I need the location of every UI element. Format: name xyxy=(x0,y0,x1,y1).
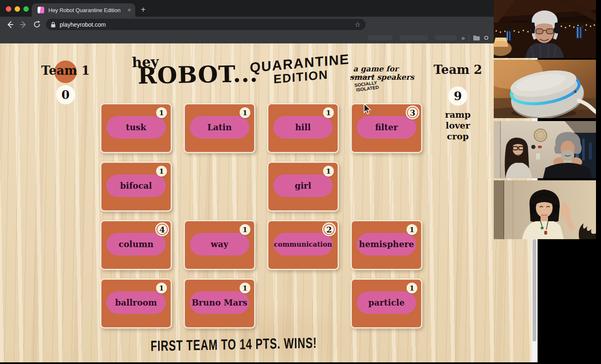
new-tab-button[interactable]: + xyxy=(138,4,149,15)
card-word: hemisphere xyxy=(359,239,414,249)
folder-icon[interactable] xyxy=(473,35,480,41)
word-card[interactable]: ballroom1 xyxy=(100,278,172,329)
tagline-strikethrough: smart xyxy=(350,73,374,81)
blurred-bookmark-item[interactable] xyxy=(435,35,457,40)
word-card[interactable]: filter3 xyxy=(351,103,422,153)
word-card[interactable]: way1 xyxy=(184,220,255,270)
points-badge: 1 xyxy=(240,224,250,235)
bookmarks-bar: » O xyxy=(0,32,538,43)
close-window-button[interactable] xyxy=(6,6,11,12)
points-badge: 1 xyxy=(240,283,250,293)
word-card[interactable]: column4 xyxy=(100,220,172,270)
card-word: particle xyxy=(369,298,405,308)
win-condition-text: FIRST TEAM TO 14 PTS. WINS! xyxy=(100,333,368,356)
logo-tagline-line1: a game for xyxy=(353,64,398,73)
card-word: bifocal xyxy=(120,181,152,191)
card-word: filter xyxy=(375,122,398,132)
bookmark-star-icon[interactable]: ☆ xyxy=(355,20,361,28)
address-bar[interactable]: playheyrobot.com ☆ xyxy=(46,19,366,30)
word-pill: ballroom xyxy=(106,291,166,314)
browser-window: Hey Robot Quarantine Edition × + playhey… xyxy=(0,0,538,362)
tab-close-icon[interactable]: × xyxy=(128,7,131,13)
points-badge: 2 xyxy=(322,222,336,236)
other-bookmarks-label[interactable]: O xyxy=(484,35,488,41)
word-card[interactable]: tusk1 xyxy=(100,103,172,153)
points-badge: 1 xyxy=(407,283,417,293)
points-badge: 1 xyxy=(156,283,167,293)
logo-robot: ROBOT... xyxy=(137,60,258,89)
word-pill: hill xyxy=(273,116,333,139)
team2-name: Team 2 xyxy=(427,63,489,77)
tab-strip: Hey Robot Quarantine Edition × + xyxy=(0,0,538,17)
video-feed-1[interactable] xyxy=(494,0,596,58)
headphones-woman-video xyxy=(494,180,596,239)
word-card[interactable]: communication2 xyxy=(267,220,339,270)
url-text: playheyrobot.com xyxy=(60,21,355,28)
card-word: hill xyxy=(295,122,311,132)
screen: Hey Robot Quarantine Edition × + playhey… xyxy=(0,0,601,364)
couple-video xyxy=(494,121,596,178)
points-badge: 1 xyxy=(156,166,167,177)
word-card[interactable]: hemisphere1 xyxy=(351,220,422,270)
blurred-bookmark-item[interactable] xyxy=(399,35,428,40)
mouse-cursor xyxy=(364,103,371,116)
tab-title: Hey Robot Quarantine Edition xyxy=(48,7,125,13)
word-card[interactable]: bifocal1 xyxy=(100,162,172,212)
word-pill: Latin xyxy=(190,116,249,139)
blurred-bookmark-item[interactable] xyxy=(367,35,392,40)
points-badge: 1 xyxy=(407,224,417,235)
minimize-window-button[interactable] xyxy=(15,6,20,12)
echo-dot-video xyxy=(494,60,596,118)
word-pill: bifocal xyxy=(106,174,166,197)
scrollbar-thumb[interactable] xyxy=(533,239,536,341)
bookmarks-overflow-icon[interactable]: » xyxy=(462,34,465,41)
word-pill: communication xyxy=(273,233,333,255)
game-page: Team 1 0 hey ROBOT... QUARANTINE EDITION… xyxy=(0,43,538,362)
window-controls xyxy=(6,6,29,12)
card-word: column xyxy=(119,239,153,249)
card-word: ballroom xyxy=(115,298,157,308)
team1-name: Team 1 xyxy=(34,63,97,78)
word-card[interactable]: hill1 xyxy=(267,103,339,153)
card-word: communication xyxy=(274,240,332,248)
points-badge: 1 xyxy=(240,107,250,118)
captured-word: crop xyxy=(427,131,489,142)
lock-icon xyxy=(51,22,56,28)
divider xyxy=(469,35,469,41)
video-call-panel xyxy=(494,0,596,239)
captured-word: lover xyxy=(427,120,489,131)
points-badge: 1 xyxy=(323,107,334,118)
reload-icon[interactable] xyxy=(30,19,43,30)
word-pill: particle xyxy=(357,291,416,314)
back-icon[interactable] xyxy=(3,19,17,30)
word-card[interactable]: Latin1 xyxy=(184,103,255,153)
team2-score: 9 xyxy=(448,86,467,106)
video-feed-3[interactable] xyxy=(494,121,596,178)
participant-cabin-woman-video xyxy=(494,0,596,58)
browser-toolbar: playheyrobot.com ☆ xyxy=(0,17,538,32)
points-badge: 3 xyxy=(406,106,419,119)
word-pill: Bruno Mars xyxy=(190,291,249,314)
word-card[interactable]: girl1 xyxy=(267,162,339,212)
card-word: Bruno Mars xyxy=(192,298,247,308)
video-feed-4[interactable] xyxy=(494,180,596,239)
card-word: tusk xyxy=(126,122,146,132)
word-pill: column xyxy=(106,233,166,255)
card-word: girl xyxy=(295,181,311,191)
team1-score: 0 xyxy=(56,85,75,104)
browser-tab[interactable]: Hey Robot Quarantine Edition × xyxy=(32,3,135,17)
tab-favicon-icon xyxy=(38,7,44,13)
points-badge: 4 xyxy=(155,222,169,236)
points-badge: 1 xyxy=(323,166,334,177)
word-card[interactable]: Bruno Mars1 xyxy=(184,278,255,329)
forward-icon[interactable] xyxy=(17,19,30,30)
word-pill: tusk xyxy=(106,116,166,139)
points-badge: 1 xyxy=(156,107,167,118)
card-word: way xyxy=(211,239,228,249)
video-feed-2[interactable] xyxy=(494,60,596,118)
zoom-window-button[interactable] xyxy=(23,6,29,12)
word-pill: girl xyxy=(273,174,333,197)
card-word: Latin xyxy=(207,122,232,132)
word-card[interactable]: particle1 xyxy=(351,278,422,329)
word-pill: way xyxy=(190,233,249,255)
